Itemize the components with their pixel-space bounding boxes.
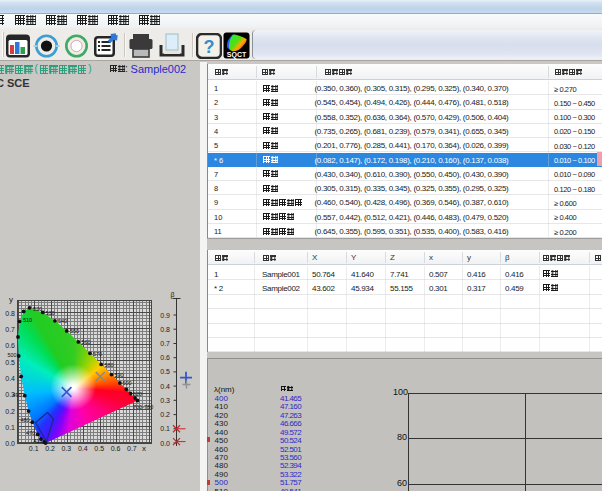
svg-text:590: 590 (115, 372, 124, 378)
svg-text:520: 520 (33, 306, 42, 312)
svg-text:470: 470 (26, 430, 35, 436)
svg-text:700-780: 700-780 (133, 404, 153, 410)
svg-text:600: 600 (123, 380, 132, 386)
svg-text:560: 560 (82, 339, 91, 345)
svg-text:550: 550 (70, 328, 79, 334)
svg-text:480: 480 (21, 417, 30, 423)
svg-text:490: 490 (13, 392, 22, 398)
svg-text:410: 410 (34, 438, 43, 444)
svg-text:580: 580 (105, 362, 114, 368)
svg-text:620: 620 (133, 391, 142, 397)
svg-text:510: 510 (23, 317, 32, 323)
svg-text:SQCT: SQCT (227, 51, 247, 59)
svg-text:540: 540 (58, 318, 67, 324)
svg-text:500: 500 (8, 352, 17, 358)
svg-text:570: 570 (93, 351, 102, 357)
svg-text:β: β (171, 291, 175, 299)
svg-text:530: 530 (46, 310, 55, 316)
svg-text:?: ? (204, 37, 215, 57)
